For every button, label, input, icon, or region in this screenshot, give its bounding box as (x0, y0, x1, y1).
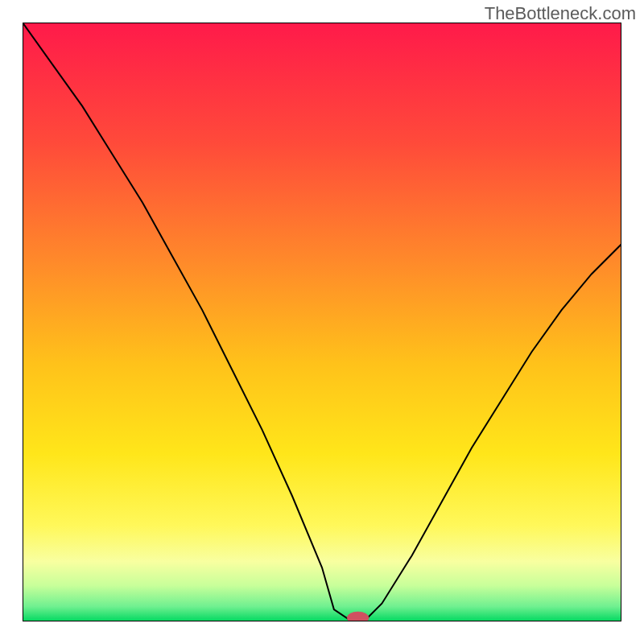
bottleneck-chart: TheBottleneck.com (0, 0, 644, 644)
gradient-background (23, 23, 621, 621)
optimal-point-marker (347, 612, 369, 621)
attribution-label: TheBottleneck.com (485, 3, 636, 24)
plot-area (23, 23, 621, 621)
